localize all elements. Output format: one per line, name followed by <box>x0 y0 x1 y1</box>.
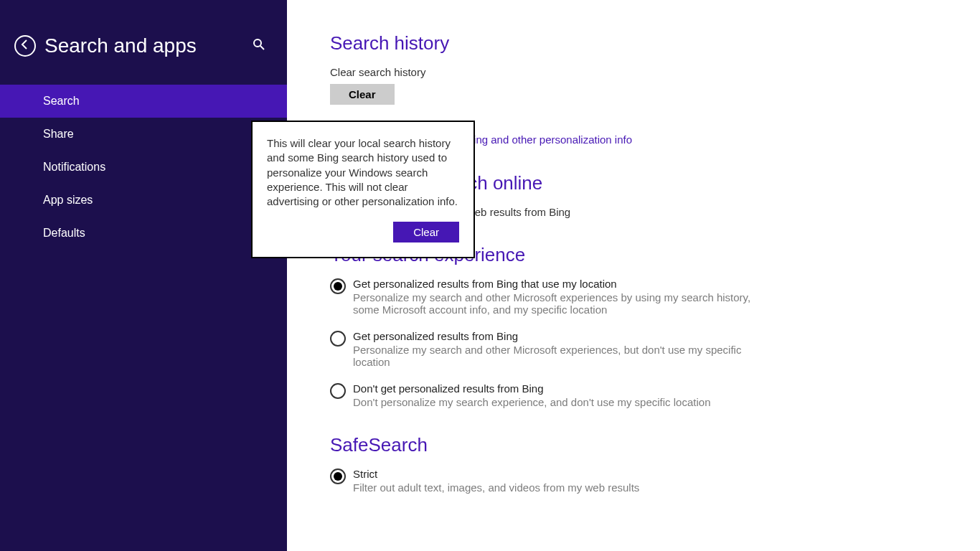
sidebar-header: Search and apps <box>0 0 287 77</box>
nav-list: Search Share Notifications App sizes Def… <box>0 85 287 250</box>
radio-content: Don't get personalized results from Bing… <box>353 382 937 408</box>
radio-content: Strict Filter out adult text, images, an… <box>353 468 937 494</box>
radio-option-strict[interactable]: Strict Filter out adult text, images, an… <box>330 468 937 494</box>
sidebar-item-app-sizes[interactable]: App sizes <box>0 184 287 217</box>
nav-label: Notifications <box>43 161 105 173</box>
dialog-actions: Clear <box>267 222 459 242</box>
radio-option-personalized[interactable]: Get personalized results from Bing Perso… <box>330 330 937 368</box>
nav-label: Search <box>43 95 80 107</box>
radio-icon <box>330 331 346 347</box>
radio-title: Don't get personalized results from Bing <box>353 382 937 395</box>
radio-content: Get personalized results from Bing that … <box>353 278 937 316</box>
radio-option-no-personalized[interactable]: Don't get personalized results from Bing… <box>330 382 937 408</box>
content-area: Search history Clear search history Clea… <box>287 0 980 551</box>
radio-icon <box>330 468 346 484</box>
nav-label: App sizes <box>43 194 93 206</box>
arrow-left-icon <box>19 39 31 53</box>
search-icon[interactable] <box>253 38 265 54</box>
radio-desc: Filter out adult text, images, and video… <box>353 481 755 494</box>
nav-label: Share <box>43 128 74 140</box>
sidebar-item-notifications[interactable]: Notifications <box>0 151 287 184</box>
section-title: Search history <box>330 32 937 55</box>
sidebar-item-share[interactable]: Share <box>0 118 287 151</box>
radio-desc: Personalize my search and other Microsof… <box>353 291 755 316</box>
svg-line-1 <box>260 46 264 50</box>
dialog-text: This will clear your local search histor… <box>267 136 459 209</box>
svg-point-0 <box>254 39 261 47</box>
clear-history-dialog: This will clear your local search histor… <box>251 121 475 258</box>
radio-title: Strict <box>353 468 937 480</box>
radio-title: Get personalized results from Bing <box>353 330 937 342</box>
dialog-clear-button[interactable]: Clear <box>393 222 459 242</box>
section-safesearch: SafeSearch Strict Filter out adult text,… <box>330 434 937 494</box>
page-title: Search and apps <box>44 34 253 57</box>
nav-label: Defaults <box>43 227 85 239</box>
radio-content: Get personalized results from Bing Perso… <box>353 330 937 368</box>
section-search-experience: Your search experience Get personalized … <box>330 244 937 408</box>
clear-history-label: Clear search history <box>330 66 937 78</box>
sidebar-item-search[interactable]: Search <box>0 85 287 118</box>
clear-button[interactable]: Clear <box>330 84 395 105</box>
radio-title: Get personalized results from Bing that … <box>353 278 937 290</box>
radio-desc: Personalize my search and other Microsof… <box>353 344 755 368</box>
section-title: SafeSearch <box>330 434 937 456</box>
radio-icon <box>330 278 346 294</box>
sidebar-item-defaults[interactable]: Defaults <box>0 217 287 250</box>
radio-icon <box>330 383 346 399</box>
radio-desc: Don't personalize my search experience, … <box>353 396 755 408</box>
back-button[interactable] <box>14 35 36 57</box>
radio-option-personalized-location[interactable]: Get personalized results from Bing that … <box>330 278 937 316</box>
sidebar: Search and apps Search Share Notificatio… <box>0 0 287 551</box>
